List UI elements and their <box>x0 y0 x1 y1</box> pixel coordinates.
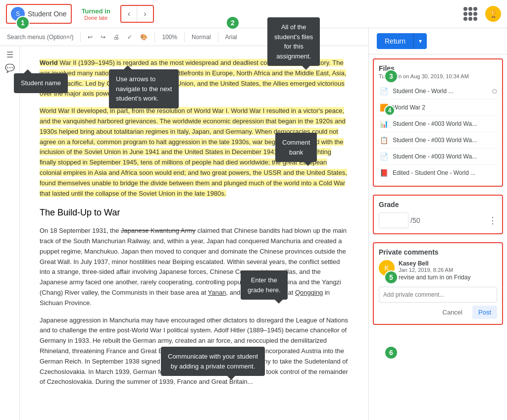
student-name: Student One <box>28 10 67 18</box>
comment-body-1: Kasey Bell Jan 12, 2019, 8:26 AM revise … <box>399 260 497 281</box>
tooltip-arrow-1 <box>24 69 32 73</box>
toolbar-sep-1 <box>80 32 81 42</box>
outline-icon[interactable]: ☰ <box>6 50 13 59</box>
file-name-1: Student One - World ... <box>393 88 488 95</box>
tooltip-arrow-5 <box>275 300 283 304</box>
docs-icon-1: 📄 <box>379 86 389 96</box>
file-name-4: Student One - #003 World Wa... <box>393 137 497 144</box>
paragraph-3: On 18 September 1931, the Japanese Kwant… <box>40 226 349 308</box>
comment-bank-tooltip: Commentbank <box>275 133 317 162</box>
right-panel: Return ▾ 3 Files Turned in on Aug 30, 20… <box>368 28 507 420</box>
file-item-6[interactable]: 📕 Edited - Student One - World ... <box>379 165 497 181</box>
badge-1: 1 <box>16 16 30 30</box>
grade-menu-icon[interactable]: ⋮ <box>488 215 497 226</box>
apps-icon[interactable] <box>463 7 477 21</box>
turned-in-label: Turned in <box>82 7 110 15</box>
turned-in-section: Turned in Done late <box>82 7 110 21</box>
docs-icon-5: 📄 <box>379 152 389 161</box>
badge-4: 4 <box>384 105 395 116</box>
doc-left-bar: ☰ 💬 <box>0 46 20 420</box>
navigate-tooltip: Use arrows tonavigate to the nextstudent… <box>109 69 179 108</box>
section-heading: The Build-Up to War <box>40 206 349 220</box>
file-item-2[interactable]: 🟧 World War 2 <box>379 100 497 116</box>
grade-section: Grade /50 ⋮ <box>373 195 503 234</box>
comment-actions: Cancel Post <box>379 306 497 319</box>
return-btn-group: Return ▾ <box>377 33 427 49</box>
file-name-5: Student One - #003 World Wa... <box>393 153 497 160</box>
toolbar-sep-4 <box>218 32 218 42</box>
add-comment-input[interactable] <box>379 287 497 303</box>
private-comment-tooltip: Communicate with your studentby adding a… <box>161 347 265 376</box>
files-title: Files <box>379 64 497 72</box>
files-tooltip: All of thestudent's filesfor thisassignm… <box>267 17 320 66</box>
done-late-label: Done late <box>82 15 110 21</box>
student-name-tooltip: Student name <box>14 73 68 93</box>
file-name-6: Edited - Student One - World ... <box>393 169 497 176</box>
tooltip-arrow-2 <box>124 65 132 69</box>
tooltip-arrow-6 <box>227 376 235 380</box>
tooltip-arrow-3 <box>302 66 310 70</box>
pdf-icon-6: 📕 <box>379 168 389 178</box>
forms-icon-4: 📋 <box>379 135 389 145</box>
comment-icon[interactable]: 💬 <box>5 63 15 73</box>
undo-btn[interactable]: ↩ <box>85 33 96 42</box>
tooltip-arrow-4 <box>304 162 312 166</box>
grade-input-row: /50 ⋮ <box>379 212 497 228</box>
badge-2: 2 <box>226 16 240 30</box>
comment-date-1: Jan 12, 2019, 8:26 AM <box>399 267 497 273</box>
zoom-selector[interactable]: 100% <box>159 33 180 42</box>
nav-arrows: ‹ › <box>120 5 154 23</box>
font-selector[interactable]: Arial <box>222 33 240 42</box>
file-name-2: World War 2 <box>393 104 497 111</box>
spell-btn[interactable]: ✓ <box>124 33 135 42</box>
comment-author-1: Kasey Bell <box>399 260 497 267</box>
sheets-icon-3: 📊 <box>379 119 389 129</box>
file-name-3: Student One - #003 World Wa... <box>393 120 497 127</box>
grade-title: Grade <box>379 201 497 209</box>
return-dropdown-button[interactable]: ▾ <box>413 33 427 49</box>
external-link-icon-1: ⬡ <box>492 88 497 95</box>
comments-title: Private comments <box>379 248 497 256</box>
cancel-comment-button[interactable]: Cancel <box>437 306 468 319</box>
next-student-button[interactable]: › <box>137 6 153 22</box>
file-item-3[interactable]: 📊 Student One - #003 World Wa... <box>379 116 497 132</box>
print-btn[interactable]: 🖨 <box>110 33 122 42</box>
toolbar-sep-3 <box>184 32 185 42</box>
file-item-4[interactable]: 📋 Student One - #003 World Wa... <box>379 132 497 149</box>
header: 1 S Student One 2 Turned in Done late ‹ … <box>0 0 507 28</box>
redo-btn[interactable]: ↪ <box>98 33 108 42</box>
user-avatar-header[interactable]: 🏆 <box>485 6 501 22</box>
return-button[interactable]: Return <box>377 33 413 49</box>
search-menus[interactable]: Search menus (Option+/) <box>4 33 76 42</box>
file-item-1[interactable]: 📄 Student One - World ... ⬡ <box>379 83 497 100</box>
grade-max: /50 <box>410 216 420 224</box>
badge-6: 6 <box>384 346 398 360</box>
grade-input[interactable] <box>379 212 408 228</box>
file-item-5[interactable]: 📄 Student One - #003 World Wa... <box>379 149 497 165</box>
return-header: Return ▾ <box>369 28 507 54</box>
style-selector[interactable]: Normal <box>189 33 214 42</box>
prev-student-button[interactable]: ‹ <box>121 6 137 22</box>
badge-3: 3 <box>384 69 398 83</box>
post-comment-button[interactable]: Post <box>472 306 497 319</box>
grade-tooltip: Enter thegrade here. <box>241 270 288 300</box>
comment-text-1: revise and turn in on Friday <box>399 274 497 281</box>
badge-5: 5 <box>384 270 398 284</box>
toolbar-sep-2 <box>154 32 155 42</box>
paint-btn[interactable]: 🎨 <box>137 33 151 42</box>
